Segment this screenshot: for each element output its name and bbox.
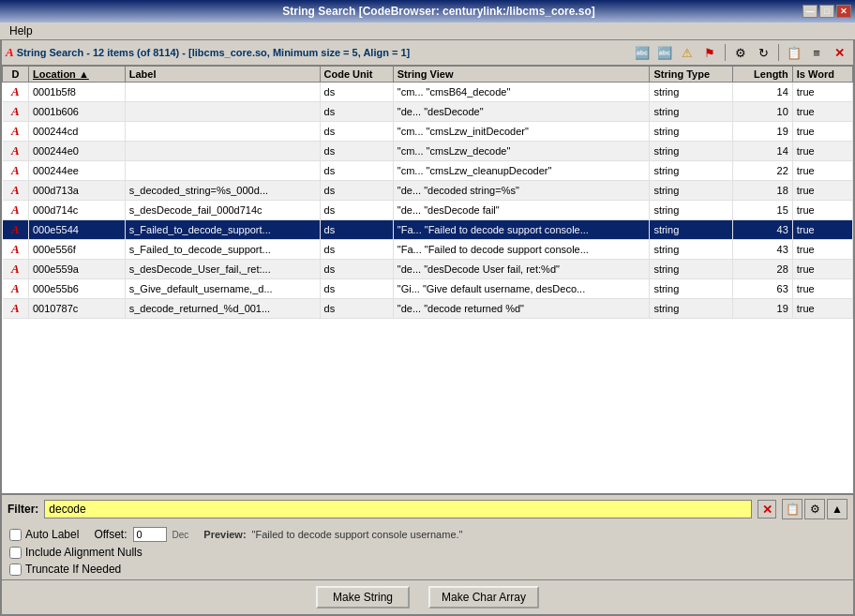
table-row[interactable]: A 000e5544 s_Failed_to_decode_support...… (3, 220, 853, 240)
row-d-icon: A (3, 220, 29, 240)
table-row[interactable]: A 000e559a s_desDecode_User_fail,_ret:..… (3, 260, 853, 279)
row-is-word: true (792, 260, 852, 279)
row-string-view: "de... "desDecode fail" (393, 201, 650, 220)
include-alignment-checkbox[interactable]: Include Alignment Nulls (9, 546, 142, 559)
options-row-3: Truncate If Needed (9, 563, 846, 576)
row-string-view: "cm... "cmsB64_decode" (393, 83, 650, 102)
filter-bar: Filter: ✕ 📋 ⚙ ▲ (2, 493, 853, 523)
auto-label-text: Auto Label (25, 528, 79, 541)
row-string-type: string (650, 299, 732, 319)
filter-up-btn[interactable]: ▲ (827, 499, 848, 519)
row-length: 43 (732, 240, 792, 260)
col-header-length[interactable]: Length (732, 67, 792, 83)
warn2-icon-btn[interactable]: ⚑ (699, 42, 720, 63)
table-row[interactable]: A 000244ee ds "cm... "cmsLzw_cleanupDeco… (3, 161, 853, 181)
close-button[interactable]: ✕ (836, 5, 851, 18)
truncate-checkbox[interactable]: Truncate If Needed (9, 563, 121, 576)
row-location: 000244cd (29, 122, 126, 142)
menu-bar: Help (0, 23, 855, 40)
row-location: 000d713a (29, 181, 126, 201)
toolbar-title: A String Search - 12 items (of 8114) - [… (6, 45, 410, 60)
row-is-word: true (792, 122, 852, 142)
truncate-input[interactable] (9, 563, 22, 576)
refresh-btn[interactable]: ↻ (753, 42, 773, 63)
auto-label-input[interactable] (9, 529, 22, 541)
row-length: 28 (732, 260, 792, 279)
row-code-unit: ds (320, 240, 393, 260)
table-row[interactable]: A 000d713a s_decoded_string=%s_000d... d… (3, 181, 853, 201)
col-header-code-unit[interactable]: Code Unit (320, 67, 393, 83)
row-location: 0001b5f8 (29, 83, 126, 102)
preview-label: Preview: (203, 529, 246, 540)
row-code-unit: ds (320, 201, 393, 220)
maximize-button[interactable]: □ (819, 5, 834, 18)
filter-input[interactable] (44, 500, 752, 518)
string-search-icon: A (6, 45, 14, 60)
offset-dec-label: Dec (172, 530, 189, 540)
row-d-icon: A (3, 142, 29, 161)
row-code-unit: ds (320, 299, 393, 319)
filter-label: Filter: (8, 503, 38, 516)
row-location: 0010787c (29, 299, 126, 319)
row-location: 000e556f (29, 240, 126, 260)
filter-settings-btn[interactable]: ⚙ (804, 499, 825, 519)
menu-btn[interactable]: ≡ (806, 42, 827, 63)
col-header-location[interactable]: Location ▲ (29, 67, 126, 83)
row-string-view: "de... "decoded string=%s" (393, 181, 650, 201)
table-row[interactable]: A 000d714c s_desDecode_fail_000d714c ds … (3, 201, 853, 220)
table-body: A 0001b5f8 ds "cm... "cmsB64_decode" str… (3, 83, 853, 319)
row-label (125, 83, 320, 102)
filter-text-down-btn[interactable]: 🔤 (654, 42, 675, 63)
row-string-type: string (650, 161, 732, 181)
make-char-array-button[interactable]: Make Char Array (428, 586, 539, 608)
table-row[interactable]: A 000e55b6 s_Give_default_username,_d...… (3, 279, 853, 299)
warn-icon-btn[interactable]: ⚠ (677, 42, 698, 63)
settings-btn[interactable]: ⚙ (730, 42, 751, 63)
row-is-word: true (792, 201, 852, 220)
minimize-button[interactable]: — (802, 5, 818, 18)
table-row[interactable]: A 0001b606 ds "de... "desDecode" string … (3, 102, 853, 122)
row-string-type: string (650, 240, 732, 260)
filter-clear-button[interactable]: ✕ (758, 500, 776, 518)
close-panel-btn[interactable]: ✕ (829, 42, 849, 63)
row-length: 10 (732, 102, 792, 122)
row-string-view: "de... "desDecode User fail, ret:%d" (393, 260, 650, 279)
row-label: s_Failed_to_decode_support... (125, 240, 320, 260)
row-d-icon: A (3, 102, 29, 122)
row-code-unit: ds (320, 260, 393, 279)
row-label (125, 122, 320, 142)
row-string-type: string (650, 142, 732, 161)
table-row[interactable]: A 000244e0 ds "cm... "cmsLzw_decode" str… (3, 142, 853, 161)
menu-help[interactable]: Help (4, 23, 38, 39)
auto-label-checkbox[interactable]: Auto Label (9, 528, 79, 541)
make-string-button[interactable]: Make String (316, 586, 410, 608)
filter-text-up-btn[interactable]: 🔤 (632, 42, 652, 63)
row-location: 0001b606 (29, 102, 126, 122)
table-row[interactable]: A 000244cd ds "cm... "cmsLzw_initDecoder… (3, 122, 853, 142)
row-d-icon: A (3, 83, 29, 102)
offset-label: Offset: (94, 528, 127, 541)
table-row[interactable]: A 0010787c s_decode_returned_%d_001... d… (3, 299, 853, 319)
col-header-string-view[interactable]: String View (393, 67, 650, 83)
offset-input[interactable] (133, 527, 167, 542)
row-string-view: "Fa... "Failed to decode support console… (393, 220, 650, 240)
col-header-is-word[interactable]: Is Word (792, 67, 852, 83)
table-row[interactable]: A 000e556f s_Failed_to_decode_support...… (3, 240, 853, 260)
table-row[interactable]: A 0001b5f8 ds "cm... "cmsB64_decode" str… (3, 83, 853, 102)
row-d-icon: A (3, 161, 29, 181)
col-header-d[interactable]: D (3, 67, 29, 83)
col-header-label[interactable]: Label (125, 67, 320, 83)
row-string-type: string (650, 122, 732, 142)
row-is-word: true (792, 142, 852, 161)
window-content: A String Search - 12 items (of 8114) - [… (0, 40, 855, 616)
export-btn[interactable]: 📋 (784, 42, 804, 63)
filter-copy-btn[interactable]: 📋 (782, 499, 802, 519)
row-string-type: string (650, 220, 732, 240)
include-alignment-input[interactable] (9, 547, 22, 559)
row-d-icon: A (3, 181, 29, 201)
row-code-unit: ds (320, 279, 393, 299)
filter-right-buttons: 📋 ⚙ ▲ (782, 499, 848, 519)
col-header-string-type[interactable]: String Type (650, 67, 732, 83)
row-string-view: "cm... "cmsLzw_initDecoder" (393, 122, 650, 142)
row-is-word: true (792, 240, 852, 260)
